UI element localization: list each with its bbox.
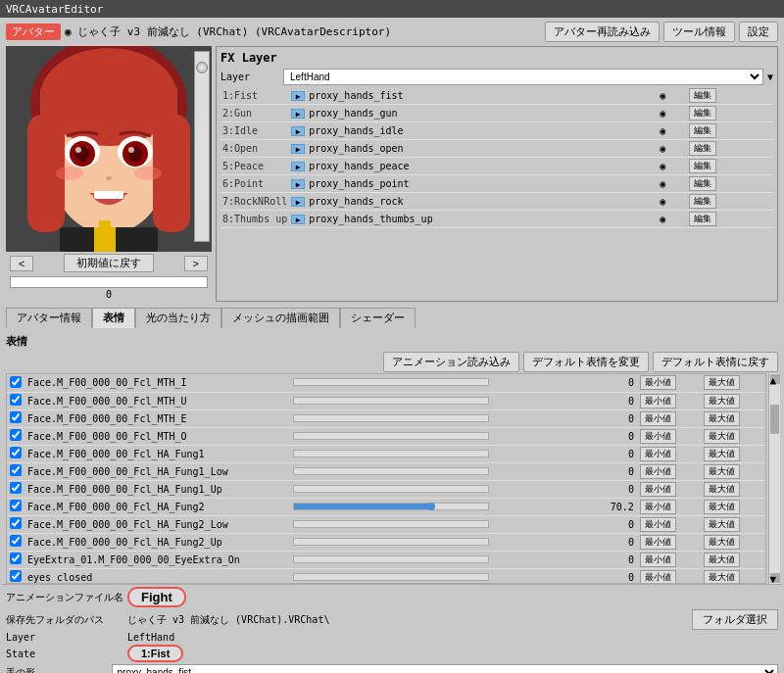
expr-max-button[interactable]: 最大値 [704,411,740,426]
expr-checkbox[interactable] [10,500,22,511]
expr-checkbox[interactable] [10,376,22,388]
next-button[interactable]: > [184,256,208,271]
expr-max-button[interactable]: 最大値 [704,375,740,390]
expr-checkbox[interactable] [10,394,22,406]
fx-radio[interactable]: ◉ [660,161,665,171]
tab-メッシュの描画範囲[interactable]: メッシュの描画範囲 [221,308,340,328]
expr-max-button[interactable]: 最大値 [704,447,740,461]
reload-avatar-button[interactable]: アバター再読み込み [545,22,660,42]
fx-layer-select[interactable]: LeftHand [283,69,763,85]
expr-max-button[interactable]: 最大値 [704,464,740,479]
tab-アバター情報[interactable]: アバター情報 [6,308,92,328]
expr-checkbox[interactable] [10,517,22,529]
state-row: State 1:Fist [6,645,778,662]
expr-min-button[interactable]: 最小値 [640,500,676,514]
expr-min-button[interactable]: 最小値 [640,394,676,409]
expr-checkbox[interactable] [10,535,22,547]
fx-edit-button[interactable]: 編集 [689,141,716,156]
default-reset-button[interactable]: デフォルト表情に戻す [653,352,778,372]
fx-radio[interactable]: ◉ [660,90,665,101]
scroll-down-btn[interactable]: ▼ [770,573,780,583]
expr-max-button[interactable]: 最大値 [704,394,740,409]
tab-光の当たり方[interactable]: 光の当たり方 [135,308,221,328]
expr-slider[interactable] [293,467,489,475]
tab-シェーダー[interactable]: シェーダー [340,308,416,328]
expr-slider[interactable] [293,538,489,546]
expr-min-button[interactable]: 最小値 [640,517,676,532]
fx-table-row: 6:Point ▶ proxy_hands_point ◉ 編集 [220,175,773,193]
expression-table-container[interactable]: Face.M_F00_000_00_Fcl_MTH_I 0 最小値 最大値 Fa… [6,373,766,584]
expr-checkbox[interactable] [10,447,22,458]
scroll-thumb[interactable] [770,405,779,434]
save-folder-label: 保存先フォルダのパス [6,613,123,627]
expr-slider[interactable] [293,555,489,563]
expr-slider[interactable] [293,573,489,581]
fx-edit-button[interactable]: 編集 [689,212,716,226]
settings-button[interactable]: 設定 [739,22,778,42]
expr-max-button[interactable]: 最大値 [704,500,740,514]
fx-radio[interactable]: ◉ [660,125,665,136]
expr-scrollbar[interactable]: ▲ ▼ [768,373,780,584]
expr-max-button[interactable]: 最大値 [704,553,740,567]
fx-edit-button[interactable]: 編集 [689,159,716,173]
fx-row-icon: ▶ [289,105,307,122]
expr-min-button[interactable]: 最小値 [640,570,676,585]
expr-slider[interactable] [293,378,489,386]
expr-max-button[interactable]: 最大値 [704,517,740,532]
hand-select[interactable]: proxy_hands_fist [112,664,778,673]
expr-max-button[interactable]: 最大値 [704,482,740,497]
slider-thumb[interactable] [196,62,208,73]
expr-checkbox[interactable] [10,570,22,582]
expr-max-button[interactable]: 最大値 [704,535,740,550]
expr-checkbox[interactable] [10,429,22,441]
default-change-button[interactable]: デフォルト表情を変更 [523,352,649,372]
expr-slider[interactable] [293,485,489,493]
expr-slider[interactable] [293,503,489,510]
expr-slider[interactable] [293,397,489,405]
fx-edit-button[interactable]: 編集 [689,176,716,191]
fx-edit-button[interactable]: 編集 [689,106,716,120]
folder-select-button[interactable]: フォルダ選択 [692,609,778,630]
fx-layer-dropdown-icon[interactable]: ▼ [767,72,773,82]
expression-table: Face.M_F00_000_00_Fcl_MTH_I 0 最小値 最大値 Fa… [7,374,765,584]
fx-radio[interactable]: ◉ [660,143,665,154]
expr-min-button[interactable]: 最小値 [640,482,676,497]
expr-max-button[interactable]: 最大値 [704,570,740,585]
fx-table-row: 3:Idle ▶ proxy_hands_idle ◉ 編集 [220,122,773,140]
expr-checkbox[interactable] [10,553,22,564]
expr-checkbox[interactable] [10,464,22,476]
expr-slider[interactable] [293,414,489,422]
expr-min-button[interactable]: 最小値 [640,535,676,550]
anim-load-button[interactable]: アニメーション読み込み [383,352,519,372]
reset-button[interactable]: 初期値に戻す [64,254,154,272]
expr-min-button[interactable]: 最小値 [640,429,676,444]
scroll-up-btn[interactable]: ▲ [770,374,780,384]
expr-slider[interactable] [293,432,489,440]
fx-radio[interactable]: ◉ [660,108,665,119]
expr-min-button[interactable]: 最小値 [640,553,676,567]
fx-edit-button[interactable]: 編集 [689,194,716,209]
expr-slider[interactable] [293,450,489,457]
fx-layer-label: Layer [220,72,279,82]
expr-slider[interactable] [293,520,489,528]
expr-min-button[interactable]: 最小値 [640,464,676,479]
fx-table-row: 5:Peace ▶ proxy_hands_peace ◉ 編集 [220,158,773,175]
expr-checkbox[interactable] [10,482,22,494]
fx-radio[interactable]: ◉ [660,214,665,224]
fx-edit-button[interactable]: 編集 [689,88,716,103]
tab-表情[interactable]: 表情 [92,308,135,328]
fx-radio[interactable]: ◉ [660,196,665,207]
prev-button[interactable]: < [10,256,33,271]
expr-min-button[interactable]: 最小値 [640,411,676,426]
fight-button[interactable]: Fight [127,587,186,607]
state-button[interactable]: 1:Fist [127,645,183,662]
expr-checkbox[interactable] [10,411,22,423]
fx-edit-button[interactable]: 編集 [689,123,716,138]
expr-min-button[interactable]: 最小値 [640,375,676,390]
tool-info-button[interactable]: ツール情報 [663,22,735,42]
expr-row: eyes_closed 0 最小値 最大値 [7,568,765,584]
expr-max-button[interactable]: 最大値 [704,429,740,444]
fx-radio[interactable]: ◉ [660,178,665,189]
expr-min-button[interactable]: 最小値 [640,447,676,461]
vertical-slider[interactable] [194,51,210,242]
